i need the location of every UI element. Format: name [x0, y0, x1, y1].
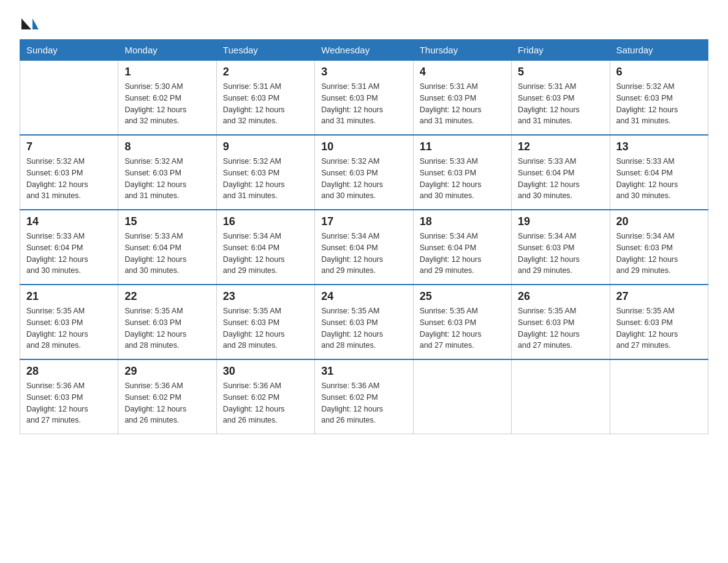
day-number: 18: [420, 215, 505, 228]
calendar-cell: 31Sunrise: 5:36 AMSunset: 6:02 PMDayligh…: [315, 359, 413, 434]
calendar-cell: 19Sunrise: 5:34 AMSunset: 6:03 PMDayligh…: [512, 210, 610, 285]
day-detail: Sunrise: 5:32 AMSunset: 6:03 PMDaylight:…: [26, 156, 112, 202]
day-number: 14: [26, 215, 112, 228]
day-number: 30: [223, 365, 308, 378]
day-number: 16: [223, 215, 308, 228]
calendar-cell: 10Sunrise: 5:32 AMSunset: 6:03 PMDayligh…: [315, 135, 413, 210]
calendar-cell: [512, 359, 610, 434]
day-number: 12: [518, 140, 603, 153]
day-number: 21: [26, 290, 112, 303]
logo: [20, 17, 39, 29]
calendar-table: SundayMondayTuesdayWednesdayThursdayFrid…: [20, 39, 708, 434]
day-number: 23: [223, 290, 308, 303]
calendar-week-row: 28Sunrise: 5:36 AMSunset: 6:03 PMDayligh…: [20, 359, 708, 434]
day-number: 20: [616, 215, 702, 228]
logo-triangle-black: [21, 18, 31, 29]
calendar-cell: 27Sunrise: 5:35 AMSunset: 6:03 PMDayligh…: [610, 285, 708, 359]
day-detail: Sunrise: 5:36 AMSunset: 6:02 PMDaylight:…: [223, 380, 308, 426]
day-detail: Sunrise: 5:36 AMSunset: 6:02 PMDaylight:…: [124, 380, 210, 426]
day-number: 17: [321, 215, 406, 228]
day-detail: Sunrise: 5:31 AMSunset: 6:03 PMDaylight:…: [518, 81, 603, 127]
day-number: 10: [321, 140, 406, 153]
calendar-cell: 15Sunrise: 5:33 AMSunset: 6:04 PMDayligh…: [118, 210, 216, 285]
weekday-header-tuesday: Tuesday: [216, 40, 314, 61]
weekday-header-wednesday: Wednesday: [315, 40, 413, 61]
weekday-header-sunday: Sunday: [20, 40, 118, 61]
calendar-cell: [610, 359, 708, 434]
calendar-cell: 29Sunrise: 5:36 AMSunset: 6:02 PMDayligh…: [118, 359, 216, 434]
day-detail: Sunrise: 5:33 AMSunset: 6:03 PMDaylight:…: [420, 156, 505, 202]
weekday-header-saturday: Saturday: [610, 40, 708, 61]
calendar-week-row: 1Sunrise: 5:30 AMSunset: 6:02 PMDaylight…: [20, 61, 708, 136]
day-number: 2: [223, 66, 308, 79]
calendar-cell: 28Sunrise: 5:36 AMSunset: 6:03 PMDayligh…: [20, 359, 118, 434]
day-detail: Sunrise: 5:34 AMSunset: 6:04 PMDaylight:…: [420, 231, 505, 277]
page-header: [20, 15, 708, 29]
calendar-cell: 5Sunrise: 5:31 AMSunset: 6:03 PMDaylight…: [512, 61, 610, 136]
calendar-cell: 30Sunrise: 5:36 AMSunset: 6:02 PMDayligh…: [216, 359, 314, 434]
day-detail: Sunrise: 5:33 AMSunset: 6:04 PMDaylight:…: [518, 156, 603, 202]
day-detail: Sunrise: 5:33 AMSunset: 6:04 PMDaylight:…: [26, 231, 112, 277]
day-detail: Sunrise: 5:34 AMSunset: 6:03 PMDaylight:…: [616, 231, 702, 277]
day-number: 15: [124, 215, 210, 228]
day-detail: Sunrise: 5:32 AMSunset: 6:03 PMDaylight:…: [124, 156, 210, 202]
day-number: 4: [420, 66, 505, 79]
day-detail: Sunrise: 5:31 AMSunset: 6:03 PMDaylight:…: [420, 81, 505, 127]
calendar-cell: 13Sunrise: 5:33 AMSunset: 6:04 PMDayligh…: [610, 135, 708, 210]
calendar-cell: 23Sunrise: 5:35 AMSunset: 6:03 PMDayligh…: [216, 285, 314, 359]
day-detail: Sunrise: 5:30 AMSunset: 6:02 PMDaylight:…: [124, 81, 210, 127]
day-number: 31: [321, 365, 406, 378]
day-number: 13: [616, 140, 702, 153]
day-number: 22: [124, 290, 210, 303]
calendar-week-row: 14Sunrise: 5:33 AMSunset: 6:04 PMDayligh…: [20, 210, 708, 285]
day-number: 7: [26, 140, 112, 153]
calendar-cell: 14Sunrise: 5:33 AMSunset: 6:04 PMDayligh…: [20, 210, 118, 285]
day-detail: Sunrise: 5:34 AMSunset: 6:03 PMDaylight:…: [518, 231, 603, 277]
day-number: 28: [26, 365, 112, 378]
calendar-cell: 17Sunrise: 5:34 AMSunset: 6:04 PMDayligh…: [315, 210, 413, 285]
calendar-cell: 20Sunrise: 5:34 AMSunset: 6:03 PMDayligh…: [610, 210, 708, 285]
calendar-cell: 1Sunrise: 5:30 AMSunset: 6:02 PMDaylight…: [118, 61, 216, 136]
calendar-cell: 24Sunrise: 5:35 AMSunset: 6:03 PMDayligh…: [315, 285, 413, 359]
day-number: 9: [223, 140, 308, 153]
day-number: 24: [321, 290, 406, 303]
day-number: 25: [420, 290, 505, 303]
calendar-cell: 6Sunrise: 5:32 AMSunset: 6:03 PMDaylight…: [610, 61, 708, 136]
day-detail: Sunrise: 5:35 AMSunset: 6:03 PMDaylight:…: [420, 305, 505, 351]
day-number: 8: [124, 140, 210, 153]
calendar-cell: 22Sunrise: 5:35 AMSunset: 6:03 PMDayligh…: [118, 285, 216, 359]
day-number: 3: [321, 66, 406, 79]
day-detail: Sunrise: 5:31 AMSunset: 6:03 PMDaylight:…: [223, 81, 308, 127]
calendar-cell: 11Sunrise: 5:33 AMSunset: 6:03 PMDayligh…: [413, 135, 511, 210]
calendar-cell: 7Sunrise: 5:32 AMSunset: 6:03 PMDaylight…: [20, 135, 118, 210]
day-detail: Sunrise: 5:33 AMSunset: 6:04 PMDaylight:…: [124, 231, 210, 277]
day-detail: Sunrise: 5:32 AMSunset: 6:03 PMDaylight:…: [223, 156, 308, 202]
day-detail: Sunrise: 5:35 AMSunset: 6:03 PMDaylight:…: [124, 305, 210, 351]
calendar-cell: 21Sunrise: 5:35 AMSunset: 6:03 PMDayligh…: [20, 285, 118, 359]
day-detail: Sunrise: 5:32 AMSunset: 6:03 PMDaylight:…: [616, 81, 702, 127]
day-detail: Sunrise: 5:35 AMSunset: 6:03 PMDaylight:…: [518, 305, 603, 351]
weekday-header-monday: Monday: [118, 40, 216, 61]
calendar-cell: [413, 359, 511, 434]
day-detail: Sunrise: 5:35 AMSunset: 6:03 PMDaylight:…: [26, 305, 112, 351]
day-number: 29: [124, 365, 210, 378]
day-detail: Sunrise: 5:32 AMSunset: 6:03 PMDaylight:…: [321, 156, 406, 202]
day-number: 5: [518, 66, 603, 79]
weekday-header-thursday: Thursday: [413, 40, 511, 61]
day-detail: Sunrise: 5:36 AMSunset: 6:03 PMDaylight:…: [26, 380, 112, 426]
day-detail: Sunrise: 5:33 AMSunset: 6:04 PMDaylight:…: [616, 156, 702, 202]
day-detail: Sunrise: 5:35 AMSunset: 6:03 PMDaylight:…: [223, 305, 308, 351]
day-number: 1: [124, 66, 210, 79]
weekday-header-row: SundayMondayTuesdayWednesdayThursdayFrid…: [20, 40, 708, 61]
calendar-cell: 25Sunrise: 5:35 AMSunset: 6:03 PMDayligh…: [413, 285, 511, 359]
calendar-cell: 3Sunrise: 5:31 AMSunset: 6:03 PMDaylight…: [315, 61, 413, 136]
calendar-cell: 26Sunrise: 5:35 AMSunset: 6:03 PMDayligh…: [512, 285, 610, 359]
day-number: 26: [518, 290, 603, 303]
calendar-cell: 18Sunrise: 5:34 AMSunset: 6:04 PMDayligh…: [413, 210, 511, 285]
day-number: 19: [518, 215, 603, 228]
calendar-week-row: 7Sunrise: 5:32 AMSunset: 6:03 PMDaylight…: [20, 135, 708, 210]
calendar-cell: 2Sunrise: 5:31 AMSunset: 6:03 PMDaylight…: [216, 61, 314, 136]
calendar-cell: 4Sunrise: 5:31 AMSunset: 6:03 PMDaylight…: [413, 61, 511, 136]
day-number: 11: [420, 140, 505, 153]
day-detail: Sunrise: 5:34 AMSunset: 6:04 PMDaylight:…: [223, 231, 308, 277]
